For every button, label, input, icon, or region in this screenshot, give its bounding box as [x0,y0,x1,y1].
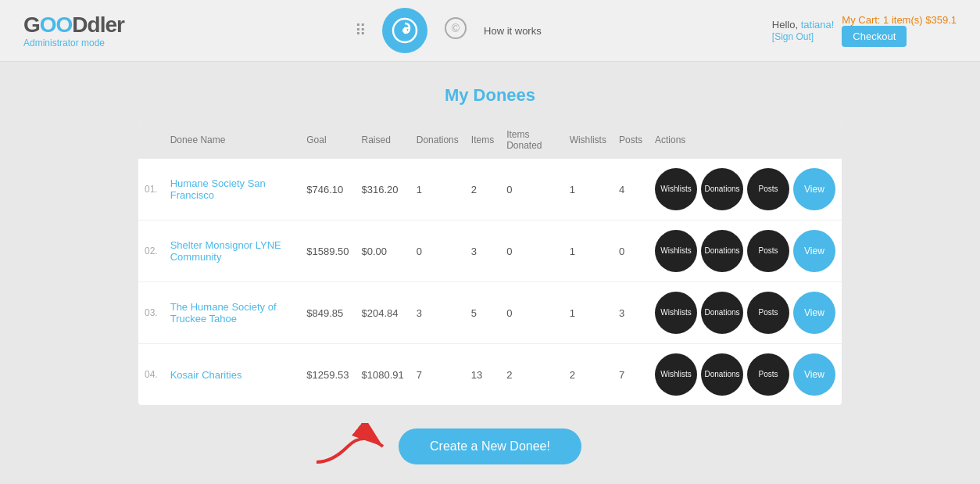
wishlists-button-3[interactable]: Wishlists [655,353,697,396]
row-raised-2: $204.84 [356,282,410,344]
sign-out-link[interactable]: [Sign Out] [772,31,814,42]
row-items-1: 3 [465,220,500,282]
how-it-works-link[interactable]: How it works [484,25,542,37]
view-button-3[interactable]: View [793,353,835,396]
col-items: Items [465,121,500,159]
admin-mode-label: Administrator mode [23,38,124,48]
view-button-2[interactable]: View [793,292,835,334]
row-posts-3: 7 [613,344,649,406]
row-goal-0: $746.10 [300,159,355,220]
col-raised: Raised [356,121,410,159]
col-donee-name: Donee Name [164,121,301,159]
donations-button-2[interactable]: Donations [701,292,743,334]
row-actions-3: Wishlists Donations Posts View [649,344,842,406]
table-header-row: Donee Name Goal Raised Donations Items I… [138,121,842,159]
row-wishlists-2: 1 [563,282,613,344]
donations-button-1[interactable]: Donations [701,230,743,272]
view-button-0[interactable]: View [793,168,835,210]
table-row: 01. Humane Society San Francisco $746.10… [138,159,842,220]
donee-link-0[interactable]: Humane Society San Francisco [170,177,266,201]
donees-table-container: Donee Name Goal Raised Donations Items I… [138,121,842,405]
row-items-donated-0: 0 [500,159,563,220]
logo-area: GOODdler Administrator mode [23,13,124,48]
donees-table: Donee Name Goal Raised Donations Items I… [138,121,842,405]
create-button-wrapper: Create a New Donee! [399,428,581,464]
header-right: Hello, tatiana! [Sign Out] My Cart: 1 it… [772,14,957,47]
view-button-1[interactable]: View [793,230,835,272]
logo: GOODdler [23,13,124,38]
page-title: My Donees [16,85,964,106]
table-row: 02. Shelter Monsignor LYNE Community $15… [138,220,842,282]
donee-link-2[interactable]: The Humane Society of Truckee Tahoe [170,301,277,324]
wishlists-button-2[interactable]: Wishlists [655,292,697,334]
row-goal-3: $1259.53 [300,344,355,406]
row-items-3: 13 [465,344,500,406]
donations-button-3[interactable]: Donations [701,353,743,396]
row-num-3: 04. [138,344,164,406]
header: GOODdler Administrator mode ⠿ © How it w… [0,0,980,62]
row-items-donated-2: 0 [500,282,563,344]
hello-text: Hello, tatiana! [Sign Out] [772,19,835,42]
posts-button-0[interactable]: Posts [747,168,789,210]
cart-link[interactable]: My Cart: 1 item(s) $359.1 [842,14,957,26]
row-goal-2: $849.85 [300,282,355,344]
create-donee-button[interactable]: Create a New Donee! [399,428,581,464]
row-num-1: 02. [138,220,164,282]
row-actions-2: Wishlists Donations Posts View [649,282,842,344]
row-items-0: 2 [465,159,500,220]
posts-button-1[interactable]: Posts [747,230,789,272]
col-items-donated: Items Donated [500,121,563,159]
row-actions-0: Wishlists Donations Posts View [649,159,842,220]
copyright-icon: © [443,16,468,45]
col-wishlists: Wishlists [563,121,613,159]
col-num [138,121,164,159]
posts-button-3[interactable]: Posts [747,353,789,396]
row-posts-0: 4 [613,159,649,220]
row-num-2: 03. [138,282,164,344]
row-goal-1: $1589.50 [300,220,355,282]
row-name-1: Shelter Monsignor LYNE Community [164,220,301,282]
row-donations-1: 0 [410,220,465,282]
username-link[interactable]: tatiana! [801,19,835,30]
row-actions-1: Wishlists Donations Posts View [649,220,842,282]
row-wishlists-1: 1 [563,220,613,282]
col-goal: Goal [300,121,355,159]
row-wishlists-0: 1 [563,159,613,220]
row-donations-2: 3 [410,282,465,344]
header-center: ⠿ © How it works [355,8,542,53]
row-raised-0: $316.20 [356,159,410,220]
col-actions: Actions [649,121,842,159]
red-arrow-icon [309,423,395,470]
row-raised-1: $0.00 [356,220,410,282]
row-items-2: 5 [465,282,500,344]
checkout-button[interactable]: Checkout [842,26,907,47]
wishlists-button-1[interactable]: Wishlists [655,230,697,272]
row-num-0: 01. [138,159,164,220]
row-donations-3: 7 [410,344,465,406]
row-name-2: The Humane Society of Truckee Tahoe [164,282,301,344]
create-donee-area: Create a New Donee! [138,428,842,464]
donations-button-0[interactable]: Donations [701,168,743,210]
hello-label: Hello, [772,19,798,30]
table-row: 03. The Humane Society of Truckee Tahoe … [138,282,842,344]
svg-text:©: © [452,22,460,34]
grid-icon[interactable]: ⠿ [355,21,367,40]
svg-point-1 [402,28,407,33]
cart-area: My Cart: 1 item(s) $359.1 Checkout [842,14,957,47]
donee-link-1[interactable]: Shelter Monsignor LYNE Community [170,239,281,263]
table-row: 04. Kosair Charities $1259.53 $1080.91 7… [138,344,842,406]
row-raised-3: $1080.91 [356,344,410,406]
donee-link-3[interactable]: Kosair Charities [170,369,242,381]
col-posts: Posts [613,121,649,159]
row-posts-2: 3 [613,282,649,344]
main-content: My Donees Donee Name Goal Raised Donatio… [0,62,980,484]
posts-button-2[interactable]: Posts [747,292,789,334]
row-donations-0: 1 [410,159,465,220]
row-name-0: Humane Society San Francisco [164,159,301,220]
row-items-donated-3: 2 [500,344,563,406]
col-donations: Donations [410,121,465,159]
row-posts-1: 0 [613,220,649,282]
site-logo-circle [382,8,427,53]
row-wishlists-3: 2 [563,344,613,406]
wishlists-button-0[interactable]: Wishlists [655,168,697,210]
